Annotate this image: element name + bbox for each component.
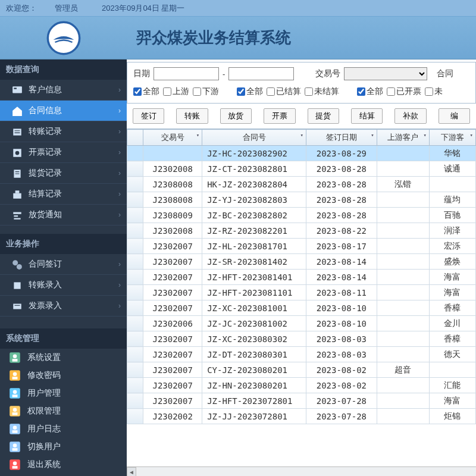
svg-rect-3	[13, 129, 21, 135]
dropdown-icon[interactable]: ▾	[371, 132, 374, 138]
column-header-0[interactable]: 交易号▾	[143, 130, 202, 146]
action-button-7[interactable]: 编	[439, 108, 470, 124]
table-row[interactable]: J2302007JZ-DT-20230803012023-08-03德天	[127, 347, 476, 362]
sidebar-item-sys-5[interactable]: 切换用户	[0, 438, 127, 456]
action-button-2[interactable]: 放货	[220, 108, 252, 124]
chk-uninvoiced[interactable]	[425, 87, 433, 96]
scroll-left-icon[interactable]: ◄	[127, 467, 136, 476]
table-row[interactable]: J2302007JZ-XC-20230810012023-08-10香樟	[127, 300, 476, 316]
sys-icon	[8, 351, 21, 364]
action-button-1[interactable]: 转账	[176, 108, 208, 124]
chk-all-1[interactable]	[133, 87, 142, 96]
sidebar-item-sys-6[interactable]: 退出系统	[0, 456, 127, 474]
chevron-right-icon: ›	[118, 107, 121, 115]
chk-downstream[interactable]	[193, 87, 201, 96]
sidebar-item-sys-3[interactable]: 权限管理	[0, 402, 127, 420]
sidebar-item-ops-2[interactable]: 发票录入›	[0, 296, 127, 317]
action-button-6[interactable]: 补款	[394, 108, 426, 124]
column-header-4[interactable]: 下游客▾	[429, 130, 475, 146]
table-row[interactable]: J2302007CY-JZ-20230802012023-08-02超音	[127, 362, 476, 378]
dropdown-icon[interactable]: ▾	[196, 132, 199, 138]
date-to-input[interactable]	[228, 67, 294, 80]
sidebar-item-query-5[interactable]: 结算记录›	[0, 184, 127, 205]
table-row[interactable]: J2308008HK-JZ-20230828042023-08-28泓锴	[127, 177, 476, 192]
svg-rect-31	[12, 448, 18, 450]
svg-rect-8	[15, 190, 20, 193]
sidebar-item-query-0[interactable]: 客户信息›	[0, 80, 127, 101]
date-from-input[interactable]	[154, 67, 219, 80]
table-row[interactable]: J2308008JZ-YJ-20230828032023-08-28蕴均	[127, 192, 476, 208]
table-row[interactable]: J2308009JZ-BC-20230828022023-08-28百驰	[127, 208, 476, 223]
sidebar-item-query-3[interactable]: 开票记录›	[0, 142, 127, 163]
table-row[interactable]: J2302007JZ-HL-20230817012023-08-17宏泺	[127, 239, 476, 254]
chevron-right-icon: ›	[118, 86, 121, 94]
svg-point-24	[13, 408, 17, 412]
menu-icon	[12, 148, 23, 157]
sidebar-item-ops-0[interactable]: 合同签订›	[0, 254, 127, 275]
action-button-0[interactable]: 签订	[133, 108, 164, 124]
title-strip: 羿众煤炭业务结算系统	[127, 17, 476, 60]
txn-select[interactable]	[344, 67, 427, 80]
table-row[interactable]: J2302007JZ-HFT-20230728012023-07-28海富	[127, 393, 476, 409]
svg-rect-7	[13, 193, 21, 199]
action-button-3[interactable]: 开票	[264, 108, 295, 124]
action-button-5[interactable]: 结算	[351, 108, 383, 124]
sys-icon	[8, 369, 21, 382]
table-row[interactable]: J2302002JZ-JJ-20230728012023-07-28炬锦	[127, 409, 476, 424]
section-data-query: 数据查询	[0, 60, 127, 80]
sidebar-item-sys-0[interactable]: 系统设置	[0, 349, 127, 367]
action-button-4[interactable]: 提货	[308, 108, 339, 124]
sidebar-item-query-6[interactable]: 放货通知›	[0, 205, 127, 226]
sidebar-item-sys-4[interactable]: 用户日志	[0, 420, 127, 438]
column-header-1[interactable]: 合同号▾	[202, 130, 306, 146]
chevron-right-icon: ›	[118, 211, 121, 219]
table-row[interactable]: J2302007JZ-SR-20230814022023-08-14盛焕	[127, 254, 476, 270]
sidebar-item-query-2[interactable]: 转账记录›	[0, 121, 127, 142]
svg-rect-2	[14, 88, 17, 89]
sidebar-item-sys-2[interactable]: 用户管理	[0, 384, 127, 402]
chk-all-3[interactable]	[357, 87, 365, 96]
chk-settled[interactable]	[267, 87, 275, 96]
sys-icon	[8, 440, 21, 453]
table-row[interactable]: J2302008JZ-RZ-20230822012023-08-22润泽	[127, 223, 476, 239]
table-row[interactable]: J2302007JZ-HFT-20230814012023-08-14海富	[127, 270, 476, 285]
chk-unsettled[interactable]	[305, 87, 313, 96]
sidebar-item-query-1[interactable]: 合同信息›	[0, 101, 127, 121]
section-system: 系统管理	[0, 328, 127, 349]
sys-icon	[8, 387, 21, 400]
svg-point-10	[17, 264, 22, 270]
menu-icon	[12, 189, 23, 199]
table-row[interactable]: J2302007JZ-HFT-20230811012023-08-11海富	[127, 285, 476, 300]
sidebar-item-ops-1[interactable]: 转账录入›	[0, 275, 127, 296]
chk-all-2[interactable]	[237, 87, 245, 96]
menu-icon	[12, 210, 23, 220]
menu-icon	[12, 301, 23, 311]
table-row[interactable]: J2302008JZ-CT-20230828012023-08-28诚通	[127, 161, 476, 177]
row-header-corner	[127, 130, 143, 146]
dropdown-icon[interactable]: ▾	[424, 132, 427, 138]
sidebar-item-query-4[interactable]: 提货记录›	[0, 163, 127, 184]
role-label: 管理员	[55, 3, 78, 14]
svg-rect-19	[12, 377, 18, 379]
svg-rect-11	[14, 282, 20, 289]
table-row[interactable]: J2302007JZ-HN-20230802012023-08-02汇能	[127, 378, 476, 393]
chevron-right-icon: ›	[118, 127, 121, 136]
table-row[interactable]: J2302007JZ-XC-20230803022023-08-03香樟	[127, 331, 476, 347]
scrollbar-horizontal[interactable]: ◄	[127, 466, 476, 476]
table-row[interactable]: JZ-HC-20230829022023-08-29华铭	[127, 146, 476, 161]
welcome-label: 欢迎您：	[6, 3, 37, 14]
svg-rect-16	[12, 359, 18, 361]
action-bar: 签订转账放货开票提货结算补款编	[127, 104, 476, 129]
chk-upstream[interactable]	[163, 87, 171, 96]
column-header-3[interactable]: 上游客户▾	[377, 130, 429, 146]
table-row[interactable]: J2302006JZ-JC-20230810022023-08-10金川	[127, 316, 476, 331]
dropdown-icon[interactable]: ▾	[470, 132, 473, 138]
menu-icon	[12, 280, 23, 290]
chk-invoiced[interactable]	[387, 87, 395, 96]
sidebar-item-sys-1[interactable]: 修改密码	[0, 367, 127, 384]
column-header-2[interactable]: 签订日期▾	[306, 130, 377, 146]
svg-point-15	[13, 355, 17, 359]
data-grid[interactable]: 交易号▾合同号▾签订日期▾上游客户▾下游客▾ JZ-HC-20230829022…	[127, 129, 476, 476]
filter-bar: 日期 - 交易号 合同 全部 上游 下游 全部 已结算 未结算 全部 已开票 未	[127, 62, 476, 104]
dropdown-icon[interactable]: ▾	[300, 132, 303, 138]
